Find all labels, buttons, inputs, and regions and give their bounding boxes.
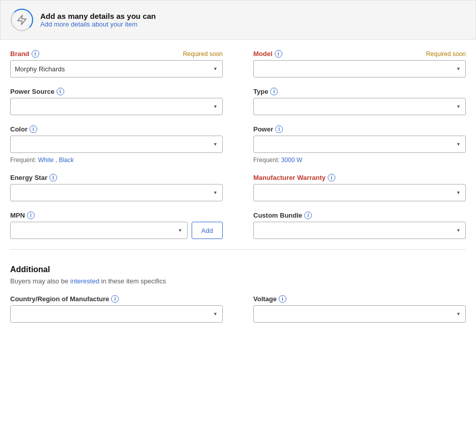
color-frequent: Frequent: White , Black xyxy=(10,156,223,164)
custom-bundle-info-icon[interactable]: i xyxy=(304,212,312,219)
type-field-group: Type i xyxy=(253,88,466,115)
country-region-info-icon[interactable]: i xyxy=(111,295,119,303)
manufacturer-warranty-select[interactable] xyxy=(253,184,466,201)
brand-select[interactable]: Morphy Richards xyxy=(10,60,223,77)
power-label: Power i xyxy=(253,125,283,133)
model-info-icon[interactable]: i xyxy=(275,50,282,58)
mpn-label: MPN i xyxy=(10,212,35,219)
voltage-label: Voltage i xyxy=(253,295,286,303)
type-select-wrapper xyxy=(253,98,466,115)
country-region-select[interactable] xyxy=(10,305,223,323)
manufacturer-warranty-label: Manufacturer Warranty i xyxy=(253,174,335,181)
color-frequent-white[interactable]: White xyxy=(38,156,54,164)
energy-star-select[interactable] xyxy=(10,184,223,201)
section-divider xyxy=(10,249,466,250)
voltage-info-icon[interactable]: i xyxy=(279,295,286,303)
energy-star-label: Energy Star i xyxy=(10,174,57,181)
header-banner: Add as many details as you can Add more … xyxy=(0,0,476,40)
color-field-group: Color i Frequent: White , Black xyxy=(10,125,223,164)
mpn-add-button[interactable]: Add xyxy=(192,222,223,239)
country-region-label: Country/Region of Manufacture i xyxy=(10,295,119,303)
power-field-group: Power i Frequent: 3000 W xyxy=(253,125,466,164)
power-frequent: Frequent: 3000 W xyxy=(253,156,466,164)
power-source-label: Power Source i xyxy=(10,88,64,95)
type-info-icon[interactable]: i xyxy=(270,88,278,95)
brand-select-wrapper: Morphy Richards xyxy=(10,60,223,77)
voltage-field-group: Voltage i xyxy=(253,295,466,323)
country-region-select-wrapper xyxy=(10,305,223,323)
mpn-select-wrapper xyxy=(10,222,188,239)
custom-bundle-select-wrapper xyxy=(253,222,466,239)
header-subtitle: Add more details about your item xyxy=(40,20,156,28)
power-frequent-3000w[interactable]: 3000 W xyxy=(281,156,302,164)
voltage-select[interactable] xyxy=(253,305,466,323)
type-select[interactable] xyxy=(253,98,466,115)
additional-title: Additional xyxy=(10,265,466,274)
brand-info-icon[interactable]: i xyxy=(32,50,39,58)
header-text: Add as many details as you can Add more … xyxy=(40,12,156,28)
manufacturer-warranty-info-icon[interactable]: i xyxy=(328,174,335,181)
additional-subtitle: Buyers may also be interested in these i… xyxy=(10,277,466,285)
power-select[interactable] xyxy=(253,136,466,153)
mpn-select[interactable] xyxy=(10,222,188,239)
mpn-info-icon[interactable]: i xyxy=(27,212,35,219)
manufacturer-warranty-field-group: Manufacturer Warranty i xyxy=(253,174,466,201)
color-label: Color i xyxy=(10,125,37,133)
custom-bundle-label: Custom Bundle i xyxy=(253,212,312,219)
color-select[interactable] xyxy=(10,136,223,153)
color-select-wrapper xyxy=(10,136,223,153)
power-info-icon[interactable]: i xyxy=(275,125,283,133)
power-source-info-icon[interactable]: i xyxy=(57,88,64,95)
mpn-field-group: MPN i Add xyxy=(10,212,223,239)
model-select[interactable] xyxy=(253,60,466,77)
model-field-group: Model i Required soon xyxy=(253,50,466,77)
power-select-wrapper xyxy=(253,136,466,153)
model-label: Model i xyxy=(253,50,282,58)
energy-star-select-wrapper xyxy=(10,184,223,201)
power-source-select[interactable] xyxy=(10,98,223,115)
brand-field-group: Brand i Required soon Morphy Richards xyxy=(10,50,223,77)
header-icon xyxy=(11,9,33,31)
energy-star-info-icon[interactable]: i xyxy=(49,174,57,181)
brand-label: Brand i xyxy=(10,50,39,58)
additional-section: Additional Buyers may also be interested… xyxy=(10,260,466,323)
additional-interested-link[interactable]: interested xyxy=(70,277,99,285)
country-region-field-group: Country/Region of Manufacture i xyxy=(10,295,223,323)
custom-bundle-select[interactable] xyxy=(253,222,466,239)
color-info-icon[interactable]: i xyxy=(30,125,37,133)
type-label: Type i xyxy=(253,88,278,95)
color-frequent-black[interactable]: Black xyxy=(59,156,73,164)
model-select-wrapper xyxy=(253,60,466,77)
manufacturer-warranty-select-wrapper xyxy=(253,184,466,201)
brand-required-soon: Required soon xyxy=(183,50,223,58)
voltage-select-wrapper xyxy=(253,305,466,323)
power-source-field-group: Power Source i xyxy=(10,88,223,115)
model-required-soon: Required soon xyxy=(426,50,466,58)
header-title: Add as many details as you can xyxy=(40,12,156,20)
energy-star-field-group: Energy Star i xyxy=(10,174,223,201)
custom-bundle-field-group: Custom Bundle i xyxy=(253,212,466,239)
svg-marker-0 xyxy=(18,15,27,24)
power-source-select-wrapper xyxy=(10,98,223,115)
